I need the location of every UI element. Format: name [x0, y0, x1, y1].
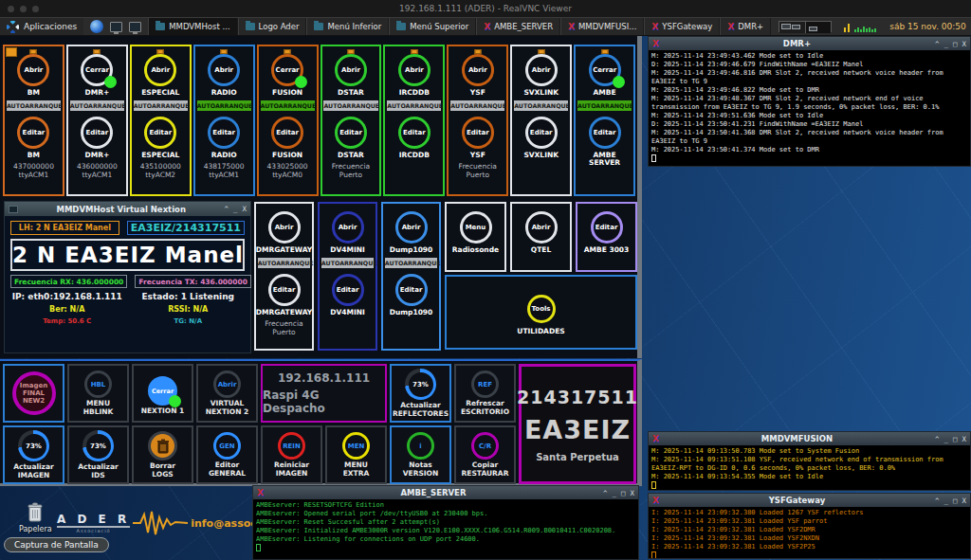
- terminal-titlebar[interactable]: X DMR+ ^_□X: [649, 37, 970, 50]
- abrir-button[interactable]: Abrir: [332, 211, 364, 244]
- editar-button[interactable]: Editar: [335, 117, 367, 149]
- virtual-nextion-2-button[interactable]: AbrirVIRTUALNEXTION 2: [196, 364, 258, 423]
- reiniciar-imagen-button[interactable]: REINReiniciarIMAGEN: [261, 425, 322, 484]
- terminal-titlebar[interactable]: X AMBE_SERVER ^_□X: [253, 486, 638, 499]
- actualizar-imagen-button[interactable]: 73%ActualizarIMAGEN: [3, 425, 64, 484]
- terminal-output[interactable]: M: 2025-11-14 23:49:43.462 Mode set to I…: [649, 50, 970, 166]
- imagen-final-new2-button[interactable]: ImagenFINALNEW2: [3, 364, 64, 423]
- terminal-titlebar[interactable]: X YSFGateway ^_□X: [649, 494, 970, 507]
- editar-button[interactable]: Editar: [332, 274, 364, 306]
- vnc-window-controls[interactable]: [8, 6, 39, 12]
- terminal-titlebar[interactable]: X MMDVMFUSION ^_□X: [649, 432, 970, 445]
- minimize-button[interactable]: _: [612, 489, 616, 497]
- terminal-output[interactable]: AMBEserver: RESETSOFTCFG EditionAMBEserv…: [253, 499, 638, 559]
- editar-button[interactable]: Editar: [208, 117, 240, 149]
- panel-info-line: 436000000: [77, 162, 118, 171]
- close-button[interactable]: X: [962, 40, 966, 48]
- shade-button[interactable]: ^: [935, 497, 940, 505]
- taskbar-window-men-inferior[interactable]: Menú Inferior: [306, 18, 389, 35]
- display-launcher-icon[interactable]: [129, 22, 141, 32]
- taskbar-window-mmdvmhost[interactable]: MMDVMHost ...: [148, 18, 237, 35]
- taskbar-window-mmdvmfusi[interactable]: XMMDVMFUSI...: [560, 18, 644, 35]
- terminal-output[interactable]: I: 2025-11-14 23:09:32.380 Loaded 1267 Y…: [649, 507, 970, 558]
- minimize-button[interactable]: _: [233, 205, 238, 213]
- close-button[interactable]: X: [242, 205, 247, 213]
- terminal-output[interactable]: M: 2025-11-14 09:13:50.783 Mode set to S…: [649, 445, 970, 490]
- close-button[interactable]: X: [962, 435, 966, 443]
- close-button[interactable]: X: [962, 497, 966, 505]
- menu-extra-button[interactable]: MENMENUEXTRA: [325, 425, 387, 484]
- editar-button[interactable]: Editar: [144, 117, 176, 149]
- minimize-button[interactable]: _: [944, 435, 948, 443]
- abrir-button[interactable]: Abrir: [525, 211, 558, 244]
- maximize-button[interactable]: □: [953, 435, 958, 443]
- system-monitor-graph-icon[interactable]: [843, 21, 885, 33]
- workspace-1[interactable]: [779, 22, 805, 33]
- nextion-titlebar[interactable]: MMDVMHost Virtual Nextion ^_X: [5, 202, 250, 216]
- editar-button[interactable]: Editar: [395, 274, 428, 306]
- terminal-line: M: 2025-11-14 23:49:46.822 Mode set to D…: [651, 86, 967, 95]
- maximize-button[interactable]: □: [953, 497, 958, 505]
- abrir-button[interactable]: Abrir: [525, 54, 558, 86]
- shade-button[interactable]: ^: [935, 40, 940, 48]
- taskbar-window-logo-ader[interactable]: Logo Ader: [238, 18, 307, 35]
- ader-subtitle: Associació: [57, 528, 130, 533]
- taskbar-window-ambe-server[interactable]: XAMBE_SERVER: [476, 18, 560, 35]
- editar-button[interactable]: Editar: [17, 117, 49, 149]
- menu-button[interactable]: Menu: [460, 211, 492, 244]
- editar-button[interactable]: Editar: [525, 117, 558, 149]
- nextion-1-button[interactable]: CerrarNEXTION 1: [132, 364, 193, 423]
- editor-general-button[interactable]: GENEditorGENERAL: [196, 425, 258, 484]
- taskbar-window-list: MMDVMHost ...Logo AderMenú InferiorMenú …: [148, 18, 771, 35]
- copiar-restaurar-button[interactable]: C/RCopiarRESTAURAR: [454, 425, 516, 484]
- minimize-button[interactable]: _: [944, 40, 948, 48]
- borrar-logs-button[interactable]: BorrarLOGS: [132, 425, 193, 484]
- abrir-button[interactable]: Abrir: [398, 54, 431, 86]
- autostart-badge: AUTOARRANQUE: [387, 100, 441, 111]
- actualizar-reflectores-button[interactable]: 73%ActualizarREFLECTORES: [390, 364, 451, 423]
- notas-version-button[interactable]: iNotasVERSION: [390, 425, 451, 484]
- abrir-button[interactable]: Abrir: [144, 54, 176, 86]
- maximize-button[interactable]: □: [621, 489, 626, 497]
- abrir-button[interactable]: Abrir: [17, 54, 49, 86]
- actualizar-ids-button[interactable]: 73%ActualizarIDS: [67, 425, 129, 484]
- circle-label: Menu: [460, 211, 492, 244]
- abrir-button[interactable]: Abrir: [335, 54, 367, 86]
- shade-button[interactable]: ^: [603, 489, 608, 497]
- close-button[interactable]: X: [630, 489, 634, 497]
- shade-button[interactable]: ^: [224, 205, 229, 213]
- abrir-button[interactable]: Abrir: [462, 54, 494, 86]
- editar-button[interactable]: Editar: [591, 211, 623, 244]
- taskbar-window-men-superior[interactable]: Menú Superior: [389, 18, 476, 35]
- trash-desktop-icon[interactable]: Papelera: [19, 502, 52, 533]
- abrir-button[interactable]: Abrir: [208, 54, 240, 86]
- clock[interactable]: sáb 15 nov. 00:50: [889, 22, 966, 31]
- editar-button[interactable]: Editar: [268, 274, 301, 306]
- editar-button[interactable]: Editar: [271, 117, 303, 149]
- workspace-2[interactable]: [805, 22, 831, 33]
- taskbar-window-ysfgateway[interactable]: XYSFGateway: [644, 18, 720, 35]
- editar-button[interactable]: Editar: [462, 117, 494, 149]
- panel-info-line: Frecuencia: [332, 162, 370, 171]
- abrir-button[interactable]: Abrir: [395, 211, 428, 244]
- tools-button[interactable]: Tools: [527, 295, 556, 323]
- applications-menu-button[interactable]: Aplicaciones: [0, 18, 83, 35]
- cerrar-button[interactable]: Cerrar: [589, 54, 621, 86]
- taskbar-window-dmr[interactable]: XDMR+: [720, 18, 771, 35]
- terminal-launcher-icon[interactable]: [110, 22, 122, 32]
- menu-hblink-button[interactable]: HBLMENUHBLINK: [67, 364, 129, 423]
- panel-utilidades[interactable]: Tools UTILIDADES: [445, 275, 637, 350]
- cerrar-button[interactable]: Cerrar: [81, 54, 113, 86]
- editar-button[interactable]: Editar: [398, 117, 431, 149]
- editar-button[interactable]: Editar: [589, 117, 621, 149]
- abrir-button[interactable]: Abrir: [268, 211, 301, 244]
- maximize-button[interactable]: □: [953, 40, 958, 48]
- refrescar-escritorio-button[interactable]: REFRefrescarESCRITORIO: [454, 364, 516, 423]
- workspace-pager[interactable]: [779, 21, 832, 32]
- editar-button[interactable]: Editar: [81, 117, 113, 149]
- cerrar-button[interactable]: Cerrar: [271, 54, 303, 86]
- shade-button[interactable]: ^: [935, 435, 940, 443]
- minimize-button[interactable]: _: [944, 497, 948, 505]
- browser-launcher-icon[interactable]: [90, 20, 103, 33]
- xterm-icon: X: [651, 23, 658, 31]
